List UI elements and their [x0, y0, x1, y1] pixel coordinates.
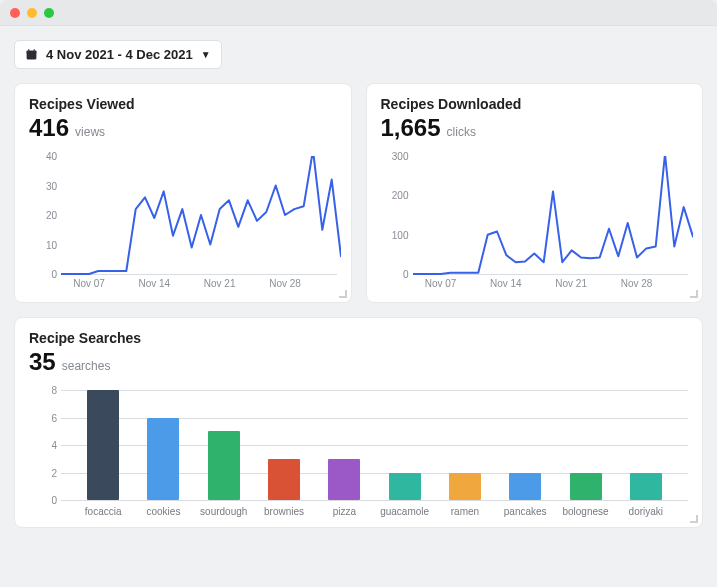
- chevron-down-icon: ▼: [201, 49, 211, 60]
- y-tick-label: 8: [51, 385, 57, 396]
- card-recipes-viewed: Recipes Viewed 416 views 010203040Nov 07…: [14, 83, 352, 303]
- x-tick-label: Nov 21: [204, 278, 236, 289]
- metric: 35 searches: [29, 348, 688, 376]
- bar[interactable]: [449, 473, 481, 501]
- bar-category-label: doriyaki: [616, 506, 676, 517]
- metric-value: 1,665: [381, 114, 441, 142]
- svg-rect-3: [34, 49, 35, 52]
- window-zoom-button[interactable]: [44, 8, 54, 18]
- bar-category-label: pancakes: [495, 506, 555, 517]
- bar[interactable]: [147, 418, 179, 501]
- svg-rect-2: [28, 49, 29, 52]
- bar[interactable]: [328, 459, 360, 500]
- card-recipe-searches: Recipe Searches 35 searches 02468focacci…: [14, 317, 703, 528]
- bar[interactable]: [389, 473, 421, 501]
- bar-category-label: pizza: [314, 506, 374, 517]
- bar-category-label: brownies: [254, 506, 314, 517]
- bar[interactable]: [630, 473, 662, 501]
- x-tick-label: Nov 07: [425, 278, 457, 289]
- bar-chart-searches: 02468focacciacookiessourdoughbrowniespiz…: [29, 390, 688, 517]
- metric-value: 416: [29, 114, 69, 142]
- y-tick-label: 300: [392, 151, 409, 162]
- resize-handle-icon[interactable]: [337, 288, 347, 298]
- y-tick-label: 0: [51, 495, 57, 506]
- bar[interactable]: [268, 459, 300, 500]
- resize-handle-icon[interactable]: [688, 288, 698, 298]
- card-title: Recipe Searches: [29, 330, 688, 346]
- bar-category-label: focaccia: [73, 506, 133, 517]
- y-tick-label: 200: [392, 190, 409, 201]
- y-tick-label: 100: [392, 229, 409, 240]
- x-tick-label: Nov 14: [138, 278, 170, 289]
- y-tick-label: 2: [51, 467, 57, 478]
- x-tick-label: Nov 28: [269, 278, 301, 289]
- svg-rect-1: [27, 51, 37, 54]
- metric: 416 views: [29, 114, 337, 142]
- bar[interactable]: [87, 390, 119, 500]
- resize-handle-icon[interactable]: [688, 513, 698, 523]
- window-titlebar: [0, 0, 717, 26]
- line-chart-viewed: 010203040Nov 07Nov 14Nov 21Nov 28: [29, 156, 337, 292]
- x-tick-label: Nov 07: [73, 278, 105, 289]
- line-chart-downloaded: 0100200300Nov 07Nov 14Nov 21Nov 28: [381, 156, 689, 292]
- card-title: Recipes Viewed: [29, 96, 337, 112]
- bar-category-label: bolognese: [555, 506, 615, 517]
- metric: 1,665 clicks: [381, 114, 689, 142]
- bar[interactable]: [208, 431, 240, 500]
- bar[interactable]: [509, 473, 541, 501]
- window-minimize-button[interactable]: [27, 8, 37, 18]
- card-title: Recipes Downloaded: [381, 96, 689, 112]
- bar-category-label: cookies: [133, 506, 193, 517]
- metric-unit: views: [75, 125, 105, 139]
- metric-unit: clicks: [447, 125, 476, 139]
- x-tick-label: Nov 21: [555, 278, 587, 289]
- y-tick-label: 40: [46, 151, 57, 162]
- y-tick-label: 6: [51, 412, 57, 423]
- bar-category-label: sourdough: [194, 506, 254, 517]
- y-tick-label: 20: [46, 210, 57, 221]
- page-content: 4 Nov 2021 - 4 Dec 2021 ▼ Recipes Viewed…: [0, 26, 717, 542]
- bar-category-label: ramen: [435, 506, 495, 517]
- y-tick-label: 0: [51, 269, 57, 280]
- y-tick-label: 0: [403, 269, 409, 280]
- x-tick-label: Nov 14: [490, 278, 522, 289]
- window-close-button[interactable]: [10, 8, 20, 18]
- card-recipes-downloaded: Recipes Downloaded 1,665 clicks 01002003…: [366, 83, 704, 303]
- date-range-label: 4 Nov 2021 - 4 Dec 2021: [46, 47, 193, 62]
- app-window: 4 Nov 2021 - 4 Dec 2021 ▼ Recipes Viewed…: [0, 0, 717, 542]
- y-tick-label: 4: [51, 440, 57, 451]
- metric-unit: searches: [62, 359, 111, 373]
- y-tick-label: 30: [46, 180, 57, 191]
- date-range-picker[interactable]: 4 Nov 2021 - 4 Dec 2021 ▼: [14, 40, 222, 69]
- metric-value: 35: [29, 348, 56, 376]
- x-tick-label: Nov 28: [621, 278, 653, 289]
- calendar-icon: [25, 48, 38, 61]
- y-tick-label: 10: [46, 239, 57, 250]
- bar[interactable]: [570, 473, 602, 501]
- bar-category-label: guacamole: [374, 506, 434, 517]
